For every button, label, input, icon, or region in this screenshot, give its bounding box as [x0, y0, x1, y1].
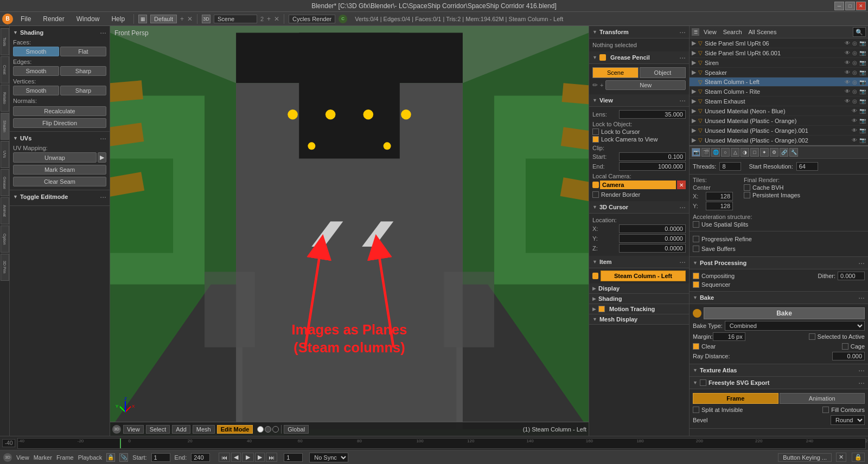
vertices-sharp-btn[interactable]: Sharp: [60, 86, 106, 95]
add-btn[interactable]: Add: [172, 425, 190, 434]
tab-tools[interactable]: Tools: [1, 28, 9, 55]
item-name-field[interactable]: Steam Column - Left: [601, 270, 686, 281]
render-icon2[interactable]: 📷: [859, 50, 866, 56]
render-icon9[interactable]: 📷: [859, 118, 866, 124]
outliner-item-steam-rite[interactable]: ▶ ▽ Steam Column - Rite 👁 ◎ 📷: [690, 87, 868, 96]
lock-cursor-checkbox[interactable]: [592, 128, 599, 135]
next-frame-btn[interactable]: ▶: [255, 453, 265, 462]
eye-icon9[interactable]: 👁: [852, 118, 857, 124]
vertices-smooth-btn[interactable]: Smooth: [13, 86, 59, 95]
prev-frame-btn[interactable]: ◀: [231, 453, 241, 462]
outliner-item-neon-blue[interactable]: ▶ ▽ Unused Material (Neon - Blue) 👁 📷: [690, 106, 868, 116]
compositing-cb[interactable]: [693, 273, 699, 279]
menu-render[interactable]: Render: [39, 14, 68, 24]
cursor-icon1[interactable]: ◎: [852, 40, 857, 46]
render-icon-tex[interactable]: □: [750, 148, 759, 157]
cage-cb[interactable]: [842, 343, 848, 350]
render-icon10[interactable]: 📷: [859, 127, 866, 133]
tab-3dprint[interactable]: 3D Prin: [1, 254, 9, 281]
y-val[interactable]: 0.0000: [619, 234, 686, 243]
scene-btn[interactable]: Scene: [592, 67, 639, 78]
render-icon8[interactable]: 📷: [859, 108, 866, 114]
outliner-item-plastic-orange-002[interactable]: ▶ ▽ Unused Material (Plastic - Orange).0…: [690, 136, 868, 145]
shading-header[interactable]: ▼ Shading ···: [13, 28, 106, 37]
render-icon-scene[interactable]: 🎬: [701, 148, 710, 157]
minimize-btn[interactable]: ─: [834, 2, 844, 10]
view-header[interactable]: ▼ View ···: [589, 94, 689, 107]
cache-bvh-cb[interactable]: [744, 184, 750, 191]
solid-shading[interactable]: [257, 426, 264, 433]
select-btn[interactable]: Select: [146, 425, 170, 434]
outliner-item-steam-exhaust[interactable]: ▶ ▽ Steam Exhaust 👁 ◎ 📷: [690, 96, 868, 106]
render-icon-obj[interactable]: ○: [721, 148, 730, 157]
render-icon-part[interactable]: ✦: [760, 148, 769, 157]
eye-icon10[interactable]: 👁: [852, 127, 857, 133]
keying-field[interactable]: Button Keying ...: [778, 453, 832, 462]
close-scene-btn[interactable]: ✕: [274, 15, 279, 23]
mesh-display-header[interactable]: ▼ Mesh Display: [589, 314, 689, 325]
outliner-item-spR06[interactable]: ▶ ▽ Side Panel Sml UpRt 06 👁 ◎ 📷: [690, 38, 868, 48]
lens-val[interactable]: 35.000: [619, 110, 686, 119]
threads-field[interactable]: [719, 162, 741, 171]
outliner-item-plastic-orange[interactable]: ▶ ▽ Unused Material (Plastic - Orange) 👁…: [690, 116, 868, 126]
rendered-shading[interactable]: [272, 426, 279, 433]
eye-icon5[interactable]: 👁: [845, 79, 850, 85]
tab-grease[interactable]: Grease: [1, 169, 9, 196]
cursor-icon5[interactable]: ◎: [852, 79, 857, 85]
render-icon4[interactable]: 📷: [859, 69, 866, 75]
smooth-btn[interactable]: Smooth: [13, 47, 59, 56]
start-frame-field[interactable]: [151, 453, 170, 462]
fs-checkbox[interactable]: [700, 379, 706, 386]
cursor-header[interactable]: ▼ 3D Cursor ···: [589, 201, 689, 214]
center-x-field[interactable]: [706, 192, 733, 201]
bake-type-dropdown[interactable]: Combined: [725, 321, 865, 331]
unwrap-arrow[interactable]: ▶: [98, 152, 106, 163]
cursor-icon2[interactable]: ◎: [852, 50, 857, 56]
global-btn[interactable]: Global: [284, 425, 309, 434]
tab-create[interactable]: Creat: [1, 56, 9, 83]
edges-sharp-btn[interactable]: Sharp: [60, 66, 106, 76]
scene-field[interactable]: Scene: [214, 15, 257, 23]
frame-btn[interactable]: Frame: [693, 393, 778, 404]
play-btn[interactable]: ▶: [242, 453, 254, 462]
render-icon7[interactable]: 📷: [859, 98, 866, 104]
fill-contours-cb[interactable]: [822, 407, 829, 413]
x-val[interactable]: 0.0000: [619, 224, 686, 233]
eye-icon3[interactable]: 👁: [845, 60, 850, 66]
sb-close-btn[interactable]: ✕: [836, 453, 846, 462]
menu-file[interactable]: File: [16, 14, 35, 24]
sync-dropdown[interactable]: No Sync: [309, 453, 348, 462]
item-header[interactable]: ▼ Item ···: [589, 256, 689, 268]
display-header[interactable]: ▶ Display: [589, 283, 689, 294]
render-icon6[interactable]: 📷: [859, 88, 866, 94]
mark-seam-btn[interactable]: Mark Seam: [13, 165, 106, 175]
outliner-item-plastic-orange-001[interactable]: ▶ ▽ Unused Material (Plastic - Orange).0…: [690, 126, 868, 136]
camera-input[interactable]: Camera: [600, 181, 676, 189]
grease-pencil-header[interactable]: ▼ Grease Pencil ···: [589, 51, 689, 64]
cursor-icon6[interactable]: ◎: [852, 88, 857, 94]
animation-btn[interactable]: Animation: [780, 393, 865, 404]
view-btn[interactable]: View: [123, 425, 144, 434]
render-icon-world[interactable]: 🌐: [711, 148, 720, 157]
eye-icon4[interactable]: 👁: [845, 69, 850, 75]
sb-frame[interactable]: Frame: [56, 454, 74, 461]
render-icon5[interactable]: 📷: [859, 79, 866, 85]
dither-field[interactable]: [838, 272, 865, 280]
bevel-dropdown[interactable]: Round: [831, 415, 865, 425]
unwrap-btn[interactable]: Unwrap: [13, 152, 97, 163]
clear-seam-btn[interactable]: Clear Seam: [13, 177, 106, 186]
sb-extra[interactable]: 🔒: [852, 453, 865, 462]
tab-uvs[interactable]: UVs: [1, 141, 9, 168]
sequencer-cb[interactable]: [693, 281, 699, 288]
z-val[interactable]: 0.0000: [619, 244, 686, 253]
editmode-header[interactable]: ▼ Toggle Editmode ···: [13, 192, 106, 201]
start-val[interactable]: 0.100: [619, 152, 686, 161]
clear-cb[interactable]: [693, 343, 699, 350]
bake-header[interactable]: ▼ Bake ···: [690, 292, 868, 304]
timeline-bar[interactable]: -40 -20 0 20 40 60 80 100 120 140 160 18…: [17, 438, 866, 449]
menu-window[interactable]: Window: [72, 14, 104, 24]
lock-camera-checkbox[interactable]: [592, 136, 599, 143]
save-buffers-cb[interactable]: [693, 246, 699, 252]
eye-icon6[interactable]: 👁: [845, 88, 850, 94]
outliner-item-steam-left[interactable]: ▽ Steam Column - Left 👁 ◎ 📷: [690, 78, 868, 87]
